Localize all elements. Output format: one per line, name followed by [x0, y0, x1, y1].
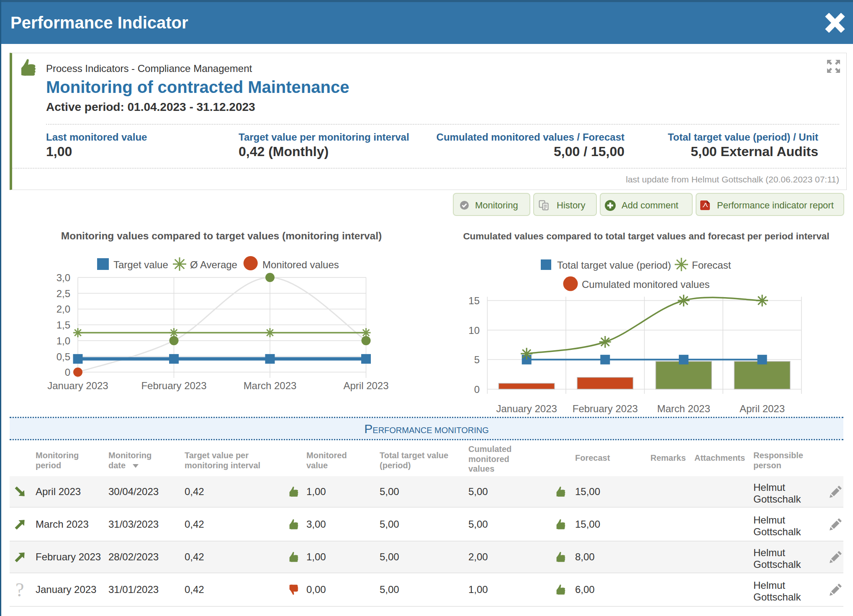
- svg-text:April 2023: April 2023: [343, 380, 388, 391]
- svg-text:0: 0: [474, 384, 480, 395]
- svg-text:2,0: 2,0: [57, 303, 70, 315]
- svg-text:April 2023: April 2023: [740, 403, 785, 414]
- svg-text:0: 0: [65, 367, 70, 378]
- svg-text:February 2023: February 2023: [141, 380, 206, 391]
- svg-text:0,5: 0,5: [57, 351, 70, 362]
- svg-text:3,0: 3,0: [57, 272, 70, 283]
- svg-text:January 2023: January 2023: [47, 380, 108, 391]
- svg-text:Monitoring values compared to: Monitoring values compared to target val…: [61, 230, 382, 241]
- svg-text:January 2023: January 2023: [496, 403, 557, 414]
- svg-text:5: 5: [474, 354, 480, 365]
- svg-text:Cumulated monitored values: Cumulated monitored values: [582, 279, 710, 290]
- svg-text:10: 10: [468, 325, 480, 336]
- svg-text:March 2023: March 2023: [244, 380, 297, 391]
- svg-text:Monitored values: Monitored values: [262, 259, 339, 270]
- svg-text:1,5: 1,5: [57, 319, 70, 331]
- svg-text:Target value: Target value: [113, 259, 168, 270]
- svg-text:Forecast: Forecast: [692, 259, 731, 271]
- svg-text:February 2023: February 2023: [573, 403, 638, 414]
- svg-text:15: 15: [468, 295, 480, 306]
- svg-text:Cumulated values compared to t: Cumulated values compared to total targe…: [463, 231, 829, 241]
- svg-text:1,0: 1,0: [57, 335, 70, 346]
- svg-text:2,5: 2,5: [57, 288, 70, 299]
- svg-text:Total target value (period): Total target value (period): [557, 259, 671, 271]
- svg-text:March 2023: March 2023: [657, 403, 710, 414]
- svg-text:Ø Average: Ø Average: [190, 259, 237, 270]
